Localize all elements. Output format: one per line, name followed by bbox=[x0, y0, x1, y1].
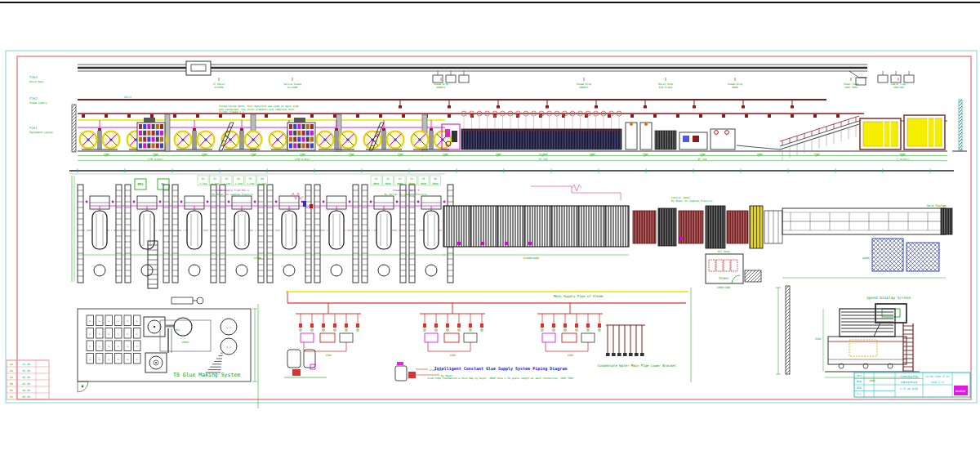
mill-roll-stand-plan bbox=[267, 185, 311, 283]
mcc-room-detail: T82#92 MCC Room 2000x1500 bbox=[706, 250, 761, 289]
dimension-text: 1500 bbox=[325, 354, 331, 357]
glue-making-system: GGGGGGGGGGGGGGGGGGGGGGGG MIX S-1 S-2 200… bbox=[78, 297, 258, 408]
revision-cell: 12.19 bbox=[22, 363, 29, 366]
mill-roll-stands-plan bbox=[78, 185, 453, 283]
micro-label: F2#3 bbox=[29, 75, 38, 79]
dimension-text: 2600 bbox=[756, 153, 762, 156]
dimension-text: 2500 bbox=[348, 153, 354, 156]
starch-bag: G bbox=[115, 315, 122, 326]
revision-cell: A2 bbox=[10, 369, 13, 372]
rail-tag: Steam DropDN40x3 bbox=[577, 78, 591, 89]
mill-roll-stand-plan bbox=[220, 185, 264, 283]
steam-piping-diagram: Main Supply Pipe of Steam 150015001500 G… bbox=[284, 288, 691, 382]
micro-label: DN40 bbox=[385, 182, 390, 185]
beam-hanger bbox=[745, 114, 748, 118]
drawing-number: WJ250-2500-2F-01 bbox=[926, 375, 950, 378]
starch-bag: G bbox=[87, 315, 94, 326]
steam-main-label: Main Supply Pipe of Steam bbox=[554, 294, 604, 298]
beam-hanger bbox=[150, 114, 154, 118]
rail-tag: Steam DropDN40 bbox=[728, 78, 742, 89]
t5-tag: S-1 bbox=[226, 326, 231, 329]
micro-label: G bbox=[108, 319, 109, 323]
beam-hanger bbox=[219, 114, 222, 118]
dimension-text: 3500 bbox=[815, 337, 821, 341]
single-facer bbox=[287, 118, 315, 150]
dimension-text: 2000 bbox=[589, 153, 595, 156]
micro-label: V3 bbox=[399, 177, 402, 181]
micro-label: 2.2kW bbox=[211, 182, 218, 185]
micro-label: G bbox=[99, 358, 100, 361]
steam-valve-drop bbox=[399, 100, 402, 109]
micro-label: G bbox=[89, 332, 91, 336]
dimension-text: 2500 bbox=[201, 153, 207, 156]
dimension-text: (7 m/min) bbox=[896, 158, 909, 161]
micro-label: P3 bbox=[225, 177, 229, 181]
dimension-text: 2500 bbox=[250, 153, 256, 156]
beam-hanger bbox=[356, 114, 359, 118]
title-block: 设计制图审核工艺 瓦楞纸板生产线 设备平面布置图 WJ250-2500-2F-0… bbox=[854, 372, 970, 397]
rail-tag: Hoist StopEnd Plate bbox=[658, 78, 673, 89]
t5-tag: 2000L bbox=[181, 341, 189, 344]
micro-label: G bbox=[89, 319, 91, 323]
speed-display-station: Speed Display Screen 4800 3500 bbox=[776, 286, 920, 382]
steam-valve-drop bbox=[595, 100, 598, 109]
beam-hanger bbox=[402, 114, 405, 118]
beam-hanger bbox=[82, 114, 85, 118]
dimension-pole bbox=[959, 100, 962, 150]
beam-hanger bbox=[379, 114, 382, 118]
revision-cell: 02.20 bbox=[22, 376, 29, 379]
beam-hanger bbox=[813, 114, 817, 118]
dimension-text: 9000 bbox=[899, 153, 905, 156]
micro-label: Equipment Layout bbox=[29, 131, 53, 134]
margin-label: F2#2Steam Supply bbox=[29, 96, 47, 105]
t5-tag: S-2 bbox=[226, 346, 231, 349]
dimension-text: 2000 bbox=[495, 153, 501, 156]
glue-tank-cluster bbox=[284, 350, 327, 377]
micro-label: G bbox=[127, 332, 128, 336]
margin-label: F2#3Hoist Rail bbox=[29, 75, 44, 83]
starch-bag: G bbox=[105, 354, 113, 364]
mill-roll-stands-elevation bbox=[80, 120, 452, 149]
starch-bag: G bbox=[96, 328, 104, 339]
starch-bag: G bbox=[115, 341, 122, 351]
micro-label: G bbox=[118, 332, 119, 336]
micro-label: G bbox=[108, 332, 109, 336]
single-facer bbox=[137, 118, 165, 150]
plan-box-tag: MRS bbox=[137, 182, 144, 186]
overhead-hoist-rail bbox=[78, 61, 914, 85]
post-dry-machines bbox=[626, 123, 780, 149]
micro-label: V5 bbox=[422, 177, 425, 181]
dimension-text: 14x600 bbox=[539, 153, 548, 156]
micro-label: G bbox=[118, 345, 119, 348]
steam-pipe-drops bbox=[399, 100, 794, 109]
room-note: 2000x1500 bbox=[717, 286, 730, 289]
dimension-text: 22500 bbox=[253, 256, 261, 260]
micro-label: By Seller at Loadend Electric bbox=[385, 193, 428, 196]
micro-label: 2.2kW bbox=[258, 182, 265, 185]
drawing-title: 设备平面布置图 bbox=[901, 381, 918, 384]
dimension-text: 2500 bbox=[397, 153, 403, 156]
starch-bag: G bbox=[124, 341, 131, 351]
revision-cell: 04.20 bbox=[22, 389, 29, 392]
starch-bag: G bbox=[105, 341, 113, 351]
beam-hanger bbox=[448, 114, 451, 118]
rail-tag: Cable Tray200x100 bbox=[891, 78, 906, 89]
starch-bag: G bbox=[105, 328, 113, 339]
cad-drawing-viewport[interactable]: F2#3Hoist RailF2#2Steam SupplyF2#1Equipm… bbox=[0, 0, 980, 455]
beam-hanger bbox=[791, 114, 794, 118]
micro-label: Steam trap set x 6 bbox=[393, 189, 420, 192]
steam-valve-drop bbox=[644, 100, 647, 109]
steam-valve-drop bbox=[791, 100, 794, 109]
dimension-text: 2500 bbox=[299, 153, 305, 156]
micro-label: DN40x3 bbox=[437, 86, 446, 89]
steam-valve-drop bbox=[546, 100, 549, 109]
mill-roll-stand-plan bbox=[314, 185, 359, 283]
t5-tag: MIX bbox=[176, 328, 180, 332]
micro-label: Hoist Rail bbox=[29, 80, 44, 83]
end-wall bbox=[72, 105, 76, 152]
revision-cell: A3 bbox=[10, 376, 13, 379]
micro-label: H=4500 bbox=[215, 86, 224, 89]
beam-hanger bbox=[196, 114, 199, 118]
micro-label: DN40 bbox=[732, 86, 737, 89]
mill-roll-stand bbox=[80, 120, 120, 149]
